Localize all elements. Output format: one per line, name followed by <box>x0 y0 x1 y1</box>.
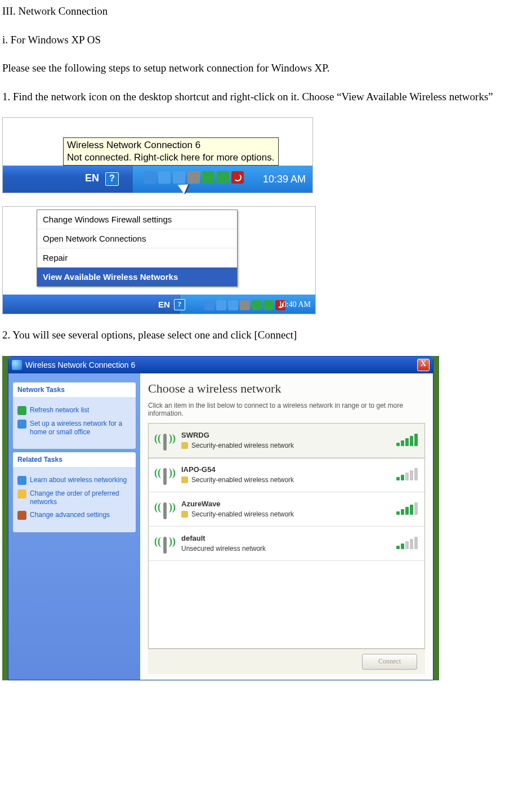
help-icon[interactable]: ? <box>105 172 119 186</box>
taskbar-clock: 10:40 AM <box>279 300 311 309</box>
network-icon[interactable] <box>216 300 226 310</box>
link-setup-network[interactable]: Set up a wireless network for a home or … <box>17 420 131 436</box>
link-learn[interactable]: Learn about wireless networking <box>17 476 131 485</box>
network-subtitle: Unsecured wireless network <box>181 545 390 553</box>
section-heading: III. Network Connection <box>2 3 532 20</box>
menu-item-firewall[interactable]: Change Windows Firewall settings <box>37 210 237 229</box>
signal-icon <box>396 504 418 515</box>
refresh-icon <box>17 406 26 415</box>
network-name: default <box>181 534 390 542</box>
antenna-icon <box>155 464 175 486</box>
signal-icon <box>396 469 418 480</box>
network-name: IAPO-G54 <box>181 465 390 474</box>
link-advanced[interactable]: Change advanced settings <box>17 511 131 520</box>
main-hint: Click an item in the list below to conne… <box>148 402 425 417</box>
taskbar: EN ? 10:39 AM <box>3 166 312 193</box>
star-icon <box>17 489 26 498</box>
screenshot-tray-tooltip: Wireless Network Connection 6 Not connec… <box>2 117 313 193</box>
dialog-footer: Connect <box>148 649 425 674</box>
language-indicator[interactable]: EN <box>85 172 99 184</box>
step-2-text: 2. You will see several options, please … <box>2 327 532 344</box>
screenshot-wireless-dialog: Wireless Network Connection 6 X Network … <box>2 356 439 680</box>
intro-text: Please see the following steps to setup … <box>2 60 532 77</box>
network-subtitle: Security-enabled wireless network <box>181 510 390 518</box>
antivirus-icon[interactable] <box>231 171 244 184</box>
menu-item-view-wireless[interactable]: View Available Wireless Networks <box>37 268 237 286</box>
system-tray <box>204 300 285 310</box>
tray-context-menu: Change Windows Firewall settings Open Ne… <box>37 210 238 287</box>
setup-icon <box>17 420 26 429</box>
settings-icon <box>17 511 26 520</box>
antenna-icon <box>155 429 175 452</box>
network-list: SWRDGSecurity-enabled wireless networkIA… <box>148 423 425 649</box>
network-subtitle: Security-enabled wireless network <box>181 476 390 484</box>
network-subtitle: Security-enabled wireless network <box>181 442 390 449</box>
tray-icon[interactable] <box>187 171 200 184</box>
tooltip-line-2: Not connected. Right-click here for more… <box>67 152 275 164</box>
screenshot-context-menu: Change Windows Firewall settings Open Ne… <box>2 206 316 314</box>
network-item[interactable]: defaultUnsecured wireless network <box>149 527 424 561</box>
language-indicator[interactable]: EN <box>158 300 170 309</box>
lock-icon <box>181 511 188 518</box>
wireless-icon[interactable] <box>228 300 238 310</box>
menu-item-open-connections[interactable]: Open Network Connections <box>37 229 237 248</box>
lock-icon <box>181 442 188 449</box>
antenna-icon <box>155 498 175 520</box>
network-name: AzureWave <box>181 500 390 508</box>
taskbar: EN ? 10:40 AM <box>3 295 315 314</box>
tray-icon[interactable] <box>204 300 214 310</box>
link-refresh-list[interactable]: Refresh network list <box>17 406 131 415</box>
network-name: SWRDG <box>181 431 390 439</box>
lock-icon <box>181 476 188 483</box>
tray-icon[interactable] <box>252 300 262 310</box>
menu-item-repair[interactable]: Repair <box>37 248 237 268</box>
network-item[interactable]: IAPO-G54Security-enabled wireless networ… <box>149 458 424 492</box>
tray-icon[interactable] <box>240 300 250 310</box>
step-1-text: 1. Find the network icon on the desktop … <box>2 89 532 105</box>
tray-icon[interactable] <box>263 300 274 310</box>
main-heading: Choose a wireless network <box>148 381 425 396</box>
tray-tooltip: Wireless Network Connection 6 Not connec… <box>63 137 279 166</box>
main-panel: Choose a wireless network Click an item … <box>140 373 433 680</box>
tooltip-line-1: Wireless Network Connection 6 <box>67 139 275 152</box>
antenna-icon <box>155 532 175 555</box>
tray-icon[interactable] <box>202 171 214 184</box>
network-icon[interactable] <box>158 171 171 184</box>
panel-header-network-tasks: Network Tasks <box>13 382 136 397</box>
dialog-title: Wireless Network Connection 6 <box>25 360 135 369</box>
network-item[interactable]: SWRDGSecurity-enabled wireless network <box>149 424 424 458</box>
tray-icon[interactable] <box>217 171 229 184</box>
subsection-heading: i. For Windows XP OS <box>2 32 532 48</box>
wireless-icon <box>12 360 22 370</box>
connect-button[interactable]: Connect <box>362 654 417 670</box>
side-panel: Network Tasks Refresh network list Set u… <box>8 373 140 680</box>
taskbar-clock: 10:39 AM <box>263 173 306 185</box>
wireless-dialog: Wireless Network Connection 6 X Network … <box>8 356 433 680</box>
network-item[interactable]: AzureWaveSecurity-enabled wireless netwo… <box>149 492 424 527</box>
dialog-titlebar: Wireless Network Connection 6 X <box>8 357 433 373</box>
link-change-order[interactable]: Change the order of preferred networks <box>17 489 131 506</box>
close-button[interactable]: X <box>417 359 430 371</box>
signal-icon <box>396 538 418 549</box>
help-icon[interactable]: ? <box>174 299 185 310</box>
tray-icon[interactable] <box>144 171 156 184</box>
system-tray <box>144 171 244 184</box>
signal-icon <box>396 435 418 446</box>
panel-header-related-tasks: Related Tasks <box>13 452 136 467</box>
info-icon <box>17 476 26 485</box>
